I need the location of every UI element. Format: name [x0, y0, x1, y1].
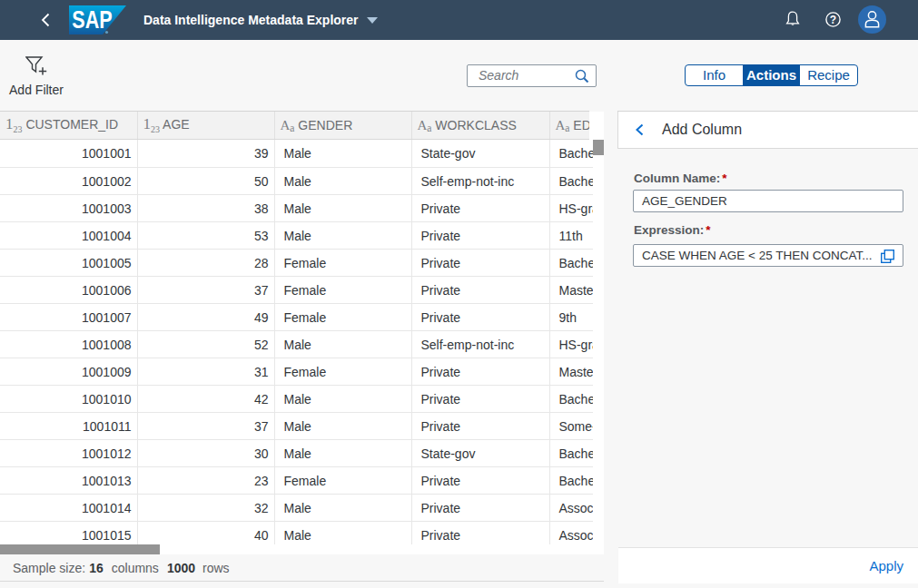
svg-text:?: ? — [830, 14, 836, 26]
svg-text:SAP: SAP — [72, 6, 112, 34]
